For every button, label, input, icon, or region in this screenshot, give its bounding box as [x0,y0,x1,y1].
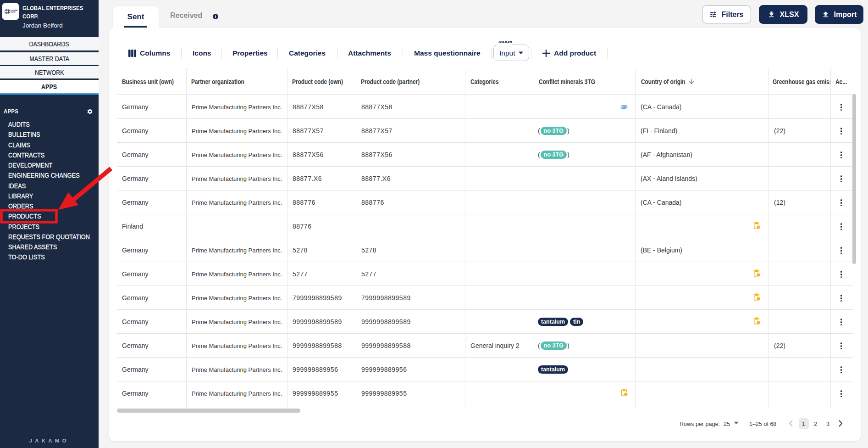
svg-text:GLOBAL: GLOBAL [11,10,18,11]
